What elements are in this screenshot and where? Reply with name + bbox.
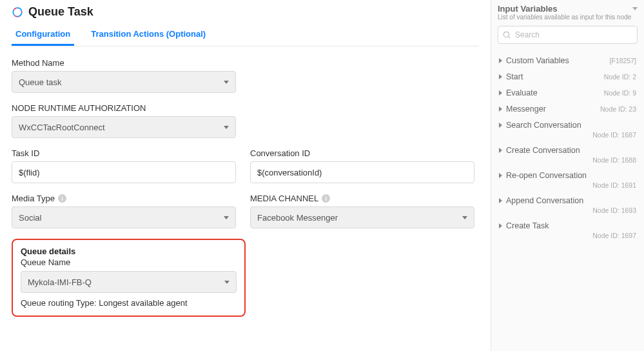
task-id-input[interactable]: $(flid) — [12, 161, 236, 183]
method-name-label: Method Name — [12, 58, 236, 68]
media-type-select[interactable]: Social — [12, 206, 236, 228]
chevron-down-icon — [224, 216, 229, 219]
queue-name-label: Queue Name — [21, 257, 237, 267]
chevron-down-icon — [224, 281, 229, 284]
sidebar-subtitle: List of variables available as input for… — [498, 14, 631, 21]
variable-item[interactable]: EvaluateNode ID: 9 — [498, 83, 638, 99]
chevron-down-icon[interactable] — [632, 7, 638, 10]
variable-item[interactable]: Search ConversationNode ID: 1687 — [498, 115, 638, 140]
variable-id: Node ID: 1687 — [499, 131, 636, 139]
chevron-down-icon — [224, 81, 229, 84]
queue-name-value: Mykola-IMI-FB-Q — [28, 277, 92, 287]
variable-item[interactable]: Create TaskNode ID: 1697 — [498, 216, 638, 241]
variable-id: [F18257] — [610, 57, 636, 65]
variable-item[interactable]: MessengerNode ID: 23 — [498, 99, 638, 115]
variable-name: Append Conversation — [506, 196, 583, 205]
media-channel-label: MEDIA CHANNEL i — [250, 194, 474, 203]
chevron-right-icon — [499, 74, 502, 79]
chevron-right-icon — [499, 106, 502, 112]
variable-item[interactable]: Append ConversationNode ID: 1693 — [498, 190, 638, 216]
header: Queue Task — [12, 5, 479, 19]
conversation-id-value: $(conversationId) — [257, 168, 322, 177]
queue-details-title: Queue details — [21, 246, 237, 256]
sidebar-title: Input Variables — [498, 4, 631, 14]
info-icon: i — [58, 194, 66, 203]
conversation-id-input[interactable]: $(conversationId) — [250, 161, 474, 183]
chevron-down-icon — [462, 216, 467, 219]
chevron-right-icon — [499, 223, 502, 228]
svg-point-2 — [503, 32, 509, 37]
variable-name: Re-open Conversation — [506, 171, 587, 180]
variable-item[interactable]: StartNode ID: 2 — [498, 66, 638, 83]
media-type-value: Social — [19, 213, 41, 223]
variable-list: Custom Variables[F18257]StartNode ID: 2E… — [498, 50, 638, 241]
variable-name: Create Conversation — [506, 146, 580, 155]
chevron-right-icon — [499, 198, 502, 203]
main-panel: Queue Task Configuration Transition Acti… — [0, 0, 491, 351]
media-type-label: Media Type i — [12, 194, 236, 203]
method-name-value: Queue task — [19, 77, 62, 87]
chevron-right-icon — [499, 123, 502, 128]
variable-id: Node ID: 23 — [600, 105, 636, 113]
variable-item[interactable]: Create ConversationNode ID: 1688 — [498, 140, 638, 165]
variable-id: Node ID: 1691 — [499, 181, 636, 189]
page-title: Queue Task — [28, 5, 93, 19]
tabs: Configuration Transition Actions (Option… — [12, 24, 479, 46]
method-name-select[interactable]: Queue task — [12, 71, 236, 93]
search-icon — [502, 30, 511, 39]
queue-name-select[interactable]: Mykola-IMI-FB-Q — [21, 271, 237, 293]
sidebar-search-input[interactable] — [498, 26, 638, 44]
task-id-value: $(flid) — [19, 168, 40, 177]
runtime-auth-value: WxCCTacRootConnect — [19, 123, 105, 132]
tab-configuration[interactable]: Configuration — [12, 24, 74, 46]
variable-name: Create Task — [506, 221, 549, 230]
sidebar: Input Variables List of variables availa… — [491, 0, 644, 351]
chevron-down-icon — [224, 126, 229, 129]
queue-routing-type: Queue routing Type: Longest available ag… — [21, 298, 237, 308]
tab-transition-actions[interactable]: Transition Actions (Optional) — [87, 24, 210, 46]
variable-id: Node ID: 2 — [604, 73, 636, 81]
chevron-right-icon — [499, 173, 502, 178]
variable-id: Node ID: 1697 — [499, 232, 636, 239]
chevron-right-icon — [499, 90, 502, 95]
variable-id: Node ID: 1693 — [499, 206, 636, 214]
variable-id: Node ID: 9 — [604, 89, 636, 97]
info-icon: i — [322, 194, 330, 203]
queue-details-box: Queue details Queue Name Mykola-IMI-FB-Q… — [12, 239, 246, 317]
sidebar-search — [498, 26, 638, 44]
variable-item[interactable]: Re-open ConversationNode ID: 1691 — [498, 165, 638, 190]
chevron-right-icon — [499, 58, 502, 63]
media-channel-value: Facebook Messenger — [257, 213, 338, 223]
runtime-auth-label: NODE RUNTIME AUTHORIZATION — [12, 103, 236, 113]
svg-line-3 — [509, 37, 511, 39]
task-id-label: Task ID — [12, 148, 236, 158]
variable-name: Messenger — [506, 105, 546, 114]
chevron-right-icon — [499, 148, 502, 153]
variable-name: Evaluate — [506, 88, 538, 97]
variable-id: Node ID: 1688 — [499, 156, 636, 164]
variable-name: Start — [506, 72, 523, 81]
runtime-auth-select[interactable]: WxCCTacRootConnect — [12, 116, 236, 138]
node-logo-icon — [12, 6, 23, 18]
media-channel-select[interactable]: Facebook Messenger — [250, 206, 474, 228]
variable-item[interactable]: Custom Variables[F18257] — [498, 50, 638, 66]
variable-name: Search Conversation — [506, 121, 581, 130]
conversation-id-label: Conversation ID — [250, 148, 474, 158]
variable-name: Custom Variables — [506, 56, 569, 65]
